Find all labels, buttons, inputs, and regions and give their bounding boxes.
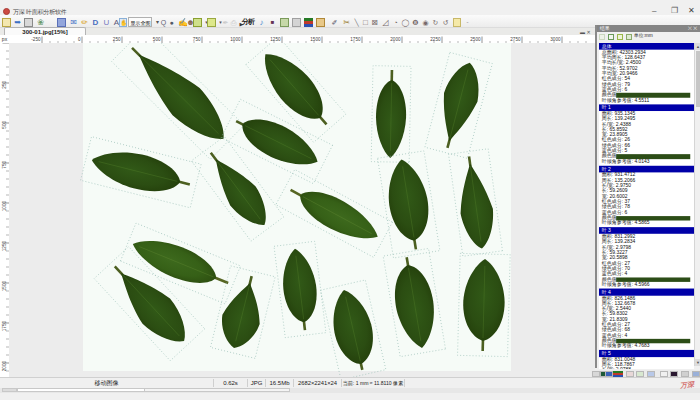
svg-text:750: 750 <box>2 161 7 169</box>
svg-text:1250: 1250 <box>270 37 281 42</box>
svg-text:1000: 1000 <box>2 201 7 212</box>
svg-text:750: 750 <box>193 37 201 42</box>
svg-text:1750: 1750 <box>350 37 361 42</box>
svg-text:2000: 2000 <box>390 37 401 42</box>
svg-text:250: 250 <box>113 37 121 42</box>
svg-text:1000: 1000 <box>230 37 241 42</box>
svg-text:500: 500 <box>153 37 161 42</box>
svg-text:3000: 3000 <box>550 37 561 42</box>
svg-text:2750: 2750 <box>510 37 521 42</box>
svg-text:1750: 1750 <box>2 321 7 332</box>
svg-text:0: 0 <box>78 37 81 42</box>
svg-text:1500: 1500 <box>310 37 321 42</box>
svg-text:1500: 1500 <box>2 281 7 292</box>
svg-text:2500: 2500 <box>470 37 481 42</box>
svg-text:-250: -250 <box>31 37 41 42</box>
svg-text:500: 500 <box>2 121 7 129</box>
svg-text:2250: 2250 <box>430 37 441 42</box>
svg-text:250: 250 <box>2 81 7 89</box>
svg-text:2000: 2000 <box>2 361 7 372</box>
svg-text:1250: 1250 <box>2 241 7 252</box>
